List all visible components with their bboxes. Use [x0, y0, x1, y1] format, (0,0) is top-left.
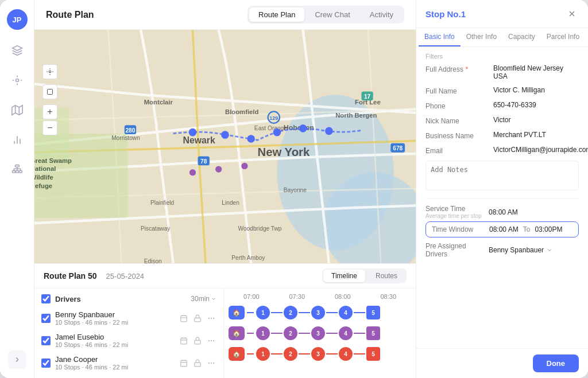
timeline-stop[interactable]: 5 [366, 347, 380, 361]
timeline-stop[interactable]: 2 [284, 326, 297, 340]
svg-text:Hoboken: Hoboken [284, 124, 314, 132]
drivers-select-all[interactable] [41, 294, 51, 303]
notes-textarea[interactable] [425, 161, 579, 190]
svg-rect-11 [19, 171, 22, 173]
map-background[interactable]: Great Swamp National Wildlife Refuge New… [34, 30, 416, 263]
timeline-stop[interactable]: 1 [256, 347, 270, 361]
timeline-stop[interactable]: 4 [339, 347, 353, 361]
avatar[interactable]: JP [7, 9, 28, 30]
tab-capacity[interactable]: Capacity [502, 28, 541, 46]
driver-calendar-icon-benny[interactable] [179, 313, 189, 324]
value-email: VictorCMilligan@jourrapide.com [493, 146, 588, 154]
driver-checkbox-benny[interactable] [41, 314, 51, 323]
timeline-stop[interactable]: 3 [311, 326, 325, 340]
driver-checkbox-jane[interactable] [41, 358, 51, 368]
tab-basic-info[interactable]: Basic Info [419, 28, 461, 46]
done-btn-row: Done [416, 348, 588, 378]
driver-lock-icon-benny[interactable] [192, 313, 203, 324]
drivers-header-label: Drivers [55, 295, 186, 303]
timeline-time-2: 07:30 [274, 293, 320, 300]
svg-text:17: 17 [364, 93, 371, 100]
timeline-header: 07:00 07:30 08:00 08:30 [224, 291, 416, 302]
tab-route-plan[interactable]: Route Plan [249, 7, 304, 22]
driver-name-jane: Jane Cooper [55, 355, 174, 364]
svg-rect-71 [181, 338, 187, 344]
tab-crew-chat[interactable]: Crew Chat [305, 7, 359, 22]
value-phone: 650-470-6339 [493, 101, 579, 109]
driver-lock-icon-jamel[interactable] [192, 336, 203, 346]
timeline-stop[interactable]: 5 [366, 306, 380, 319]
timeline-home-jane: 🏠 [229, 347, 245, 361]
timeline-stop[interactable]: 1 [256, 326, 270, 340]
timeline-row-jamel: 🏠 1 2 3 4 5 [224, 323, 416, 344]
map-select-control[interactable] [42, 84, 57, 99]
bottom-panel: Route Plan 50 25-05-2024 Timeline Routes… [34, 263, 416, 378]
map-zoom-in-button[interactable]: + [42, 104, 57, 119]
value-business-name: Merchant PVT.LT [493, 131, 579, 139]
timeline-stop[interactable]: 4 [339, 306, 353, 319]
time-window-row[interactable]: Time Window 08:00 AM To 03:00PM [425, 221, 579, 237]
driver-more-icon-benny[interactable] [206, 313, 216, 324]
driver-row: Benny Spanbauer 10 Stops · 46 mins · 22 … [34, 307, 223, 329]
map-zoom-out-button[interactable]: − [42, 120, 57, 135]
svg-text:Woodbridge Twp: Woodbridge Twp [238, 225, 282, 232]
timeline-area: 07:00 07:30 08:00 08:30 🏠 1 2 [224, 289, 416, 378]
svg-rect-67 [195, 318, 201, 321]
driver-calendar-icon-jane[interactable] [179, 358, 189, 368]
label-nick-name: Nick Name [425, 116, 489, 125]
timeline-line [354, 312, 365, 313]
timeline-time-4: 08:30 [366, 293, 412, 300]
timeline-stop[interactable]: 3 [311, 306, 325, 319]
field-full-address: Full Address * Bloomfield New Jersey USA [425, 64, 579, 80]
driver-checkbox-jamel[interactable] [41, 336, 51, 345]
form-content: Filters Full Address * Bloomfield New Je… [416, 47, 588, 348]
timeline-stop[interactable]: 2 [284, 347, 297, 361]
timeline-stop[interactable]: 5 [366, 326, 380, 340]
svg-marker-0 [12, 46, 22, 50]
done-button[interactable]: Done [533, 354, 579, 372]
svg-point-78 [214, 340, 214, 341]
tab-routes[interactable]: Routes [368, 270, 405, 282]
info-tabs: Basic Info Other Info Capacity Parcel In… [416, 28, 588, 47]
svg-text:Linden: Linden [222, 200, 239, 206]
timeline-line [299, 312, 310, 313]
close-button[interactable] [565, 7, 579, 21]
map-location-control[interactable] [42, 64, 57, 79]
svg-point-49 [215, 166, 222, 172]
timeline-stop[interactable]: 4 [339, 326, 353, 340]
driver-calendar-icon-jamel[interactable] [179, 336, 189, 346]
map-svg: Great Swamp National Wildlife Refuge New… [34, 30, 416, 263]
svg-rect-8 [15, 165, 19, 167]
pre-assigned-dropdown[interactable]: Benny Spanbauer [489, 246, 553, 254]
sidebar-icon-location[interactable] [8, 71, 26, 89]
timeline-stop[interactable]: 3 [311, 347, 325, 361]
pre-assigned-row: Pre Assigned Drivers Benny Spanbauer [425, 242, 579, 258]
svg-rect-10 [16, 171, 18, 173]
timeline-stop[interactable]: 2 [284, 306, 297, 319]
sidebar-expand-button[interactable] [8, 350, 26, 369]
driver-lock-icon-jane[interactable] [192, 358, 203, 368]
driver-more-icon-jamel[interactable] [206, 336, 216, 346]
tab-timeline[interactable]: Timeline [323, 270, 365, 282]
svg-rect-63 [181, 315, 187, 322]
svg-point-48 [189, 169, 196, 176]
svg-rect-79 [181, 360, 187, 367]
sidebar-icon-layers[interactable] [8, 41, 26, 60]
svg-rect-83 [195, 363, 201, 366]
driver-more-icon-jane[interactable] [206, 358, 216, 368]
timeline-stops-jane: 1 2 3 4 5 [256, 347, 380, 361]
sidebar-icon-chart[interactable] [8, 131, 26, 149]
field-nick-name: Nick Name Victor [425, 116, 579, 125]
time-window-to-value: 03:00PM [535, 225, 562, 233]
timeline-stop[interactable]: 1 [256, 306, 270, 319]
service-time-sub-label: Average time per stop [425, 213, 489, 219]
tab-activity[interactable]: Activity [361, 7, 403, 22]
bottom-panel-header: Route Plan 50 25-05-2024 Timeline Routes [34, 264, 416, 289]
driver-actions-jamel [179, 336, 216, 346]
sidebar-icon-map[interactable] [8, 101, 26, 119]
tab-parcel-info[interactable]: Parcel Info [541, 28, 585, 46]
driver-row: Jane Cooper 10 Stops · 46 mins · 22 mi [34, 352, 223, 374]
tab-other-info[interactable]: Other Info [461, 28, 502, 46]
svg-text:78: 78 [200, 158, 207, 165]
sidebar-icon-org[interactable] [8, 161, 26, 179]
